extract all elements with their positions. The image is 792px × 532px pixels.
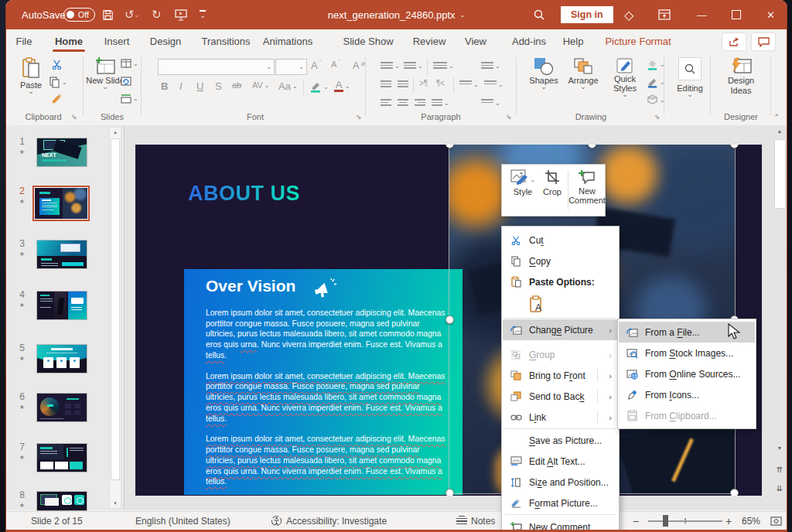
drawing-dialog-launcher[interactable]: ⇘ — [654, 113, 661, 121]
redo-button[interactable]: ↻ — [152, 0, 162, 29]
slide-thumbnail-5[interactable] — [37, 345, 87, 373]
maximize-button[interactable] — [732, 0, 741, 29]
bold-button[interactable]: B — [161, 80, 168, 92]
character-spacing-button[interactable]: AV⌄ — [252, 80, 270, 90]
slide-scrollbar[interactable]: ▲ ▼ ⇈ ⇊ — [773, 127, 786, 509]
convert-smartart-dropdown[interactable]: ⌄ — [495, 100, 500, 107]
font-name-combobox[interactable]: ⌄ — [158, 59, 275, 75]
close-button[interactable]: ✕ — [766, 0, 775, 29]
decrease-indent-button[interactable] — [381, 79, 391, 89]
search-button[interactable] — [533, 0, 545, 29]
shape-outline-button[interactable]: ⌄ — [647, 77, 665, 88]
notes-toggle[interactable]: Notes — [456, 512, 495, 530]
clear-formatting-button[interactable]: A⌀ — [353, 60, 365, 71]
slide-counter[interactable]: Slide 2 of 15 — [31, 512, 83, 530]
slide-thumbnail-3[interactable] — [37, 240, 87, 268]
tab-help[interactable]: Help — [563, 29, 584, 53]
resize-handle-bottom-left[interactable] — [446, 489, 454, 496]
slide-thumbnail-6[interactable] — [37, 394, 87, 421]
thumbnail-scrollbar-thumb[interactable] — [111, 138, 120, 480]
language-indicator[interactable]: English (United States) — [135, 512, 230, 530]
change-case-button[interactable]: Aa⌄ — [278, 80, 298, 92]
zoom-slider-thumb[interactable] — [663, 515, 668, 527]
customize-quick-access-button[interactable]: ⌄ — [200, 0, 206, 29]
submenu-item-from-stock[interactable]: From Stock Images... — [619, 343, 755, 363]
tab-animations[interactable]: Animations — [263, 29, 312, 53]
slide-title[interactable]: ABOUT US — [188, 182, 300, 206]
clipboard-dialog-launcher[interactable]: ⇘ — [71, 113, 77, 121]
shape-effects-button[interactable]: ⌄ — [647, 94, 665, 105]
paste-option-keep-text[interactable]: A — [503, 292, 618, 316]
numbering-button[interactable] — [404, 60, 416, 70]
columns-dropdown[interactable]: ⌄ — [473, 81, 479, 88]
scroll-down-icon[interactable]: ▼ — [773, 445, 786, 451]
thumbnail-scrollbar[interactable]: ▲ ▼ — [109, 127, 121, 509]
editing-button[interactable]: Editing ⌄ — [673, 57, 707, 97]
vision-text-box[interactable]: Over Vision Lorem ipsum dolor sit amet, … — [184, 269, 463, 495]
copy-button[interactable]: ⌄ — [50, 77, 67, 88]
save-button[interactable] — [102, 0, 114, 29]
slide-layout-button[interactable]: ⌄ — [121, 59, 138, 68]
share-button[interactable] — [722, 32, 746, 51]
shape-fill-button[interactable]: ⌄ — [647, 59, 665, 70]
menu-item-copy[interactable]: Copy — [503, 251, 618, 271]
tab-view[interactable]: View — [465, 29, 486, 53]
align-text-button[interactable] — [484, 79, 497, 86]
fit-to-window-button[interactable] — [770, 512, 782, 530]
paste-button[interactable]: Paste ⌄ — [15, 57, 46, 94]
format-painter-button[interactable] — [51, 94, 63, 105]
scroll-down-icon[interactable]: ▼ — [110, 501, 121, 506]
rtl-button[interactable]: ¶< — [436, 79, 445, 87]
align-text-dropdown[interactable]: ⌄ — [498, 81, 504, 88]
convert-smartart-button[interactable] — [481, 97, 493, 104]
strikethrough-button[interactable]: ab — [232, 80, 241, 90]
autosave-toggle[interactable]: Off — [63, 0, 95, 29]
ltr-button[interactable]: >¶ — [419, 79, 428, 87]
sort-text-button[interactable] — [481, 60, 493, 70]
design-ideas-button[interactable]: Design Ideas — [716, 57, 766, 95]
menu-item-save-as-picture[interactable]: Save as Picture... — [503, 430, 618, 451]
submenu-item-from-icons[interactable]: From Icons... — [619, 384, 755, 405]
whats-new-button[interactable]: ◇ — [624, 0, 633, 29]
slide-thumbnail-8[interactable] — [37, 492, 87, 510]
menu-item-new-comment[interactable]: New Comment — [503, 517, 618, 532]
comments-button[interactable] — [751, 32, 776, 51]
minimize-button[interactable]: — — [697, 0, 707, 29]
menu-item-size-and-position[interactable]: Size and Position... — [503, 472, 618, 493]
submenu-item-from-online[interactable]: From Online Sources... — [619, 363, 755, 384]
bullets-dropdown[interactable]: ⌄ — [394, 63, 400, 70]
scroll-up-icon[interactable]: ▲ — [773, 128, 786, 134]
slide-thumbnail-2-selected[interactable] — [35, 188, 87, 219]
sort-text-dropdown[interactable]: ⌄ — [495, 63, 500, 70]
slide-thumbnail-7[interactable] — [37, 444, 87, 472]
tab-review[interactable]: Review — [413, 29, 446, 53]
undo-button[interactable]: ↺⌄ — [125, 0, 139, 29]
menu-item-send-to-back[interactable]: Send to Back › — [503, 386, 618, 407]
menu-item-format-picture[interactable]: Format Picture... — [503, 493, 618, 513]
tab-design[interactable]: Design — [150, 29, 181, 53]
menu-item-change-picture[interactable]: Change Picture › — [503, 319, 618, 340]
sign-in-button[interactable]: Sign in — [561, 0, 613, 29]
slide-scrollbar-thumb[interactable] — [774, 139, 786, 209]
paragraph-dialog-launcher[interactable]: ⇘ — [506, 113, 512, 121]
scroll-up-icon[interactable]: ▲ — [110, 130, 121, 135]
ribbon-display-options-button[interactable] — [658, 0, 671, 29]
underline-button[interactable]: U — [196, 80, 203, 92]
grow-font-button[interactable]: Aˆ — [311, 60, 321, 71]
slide-thumbnail-4[interactable] — [37, 292, 87, 319]
previous-slide-button[interactable]: ⇈ — [773, 466, 786, 474]
italic-button[interactable]: I — [179, 80, 183, 92]
shrink-font-button[interactable]: Aˇ — [331, 60, 340, 69]
crop-button[interactable]: Crop — [541, 169, 564, 196]
justify-button[interactable] — [432, 97, 442, 107]
reset-slide-button[interactable] — [121, 77, 131, 87]
arrange-button[interactable]: Arrange ⌄ — [565, 57, 602, 89]
align-right-button[interactable] — [415, 97, 425, 107]
document-title[interactable]: next_generation_24860.pptx ⌄ — [328, 0, 466, 29]
tab-file[interactable]: File — [16, 29, 32, 53]
highlight-color-button[interactable]: ⌄ — [309, 80, 329, 93]
new-comment-button[interactable]: New Comment — [572, 169, 603, 205]
start-slideshow-button[interactable] — [175, 0, 187, 29]
menu-item-edit-alt-text[interactable]: Edit Alt Text... — [503, 451, 618, 472]
justify-dropdown[interactable]: ⌄ — [444, 100, 449, 107]
